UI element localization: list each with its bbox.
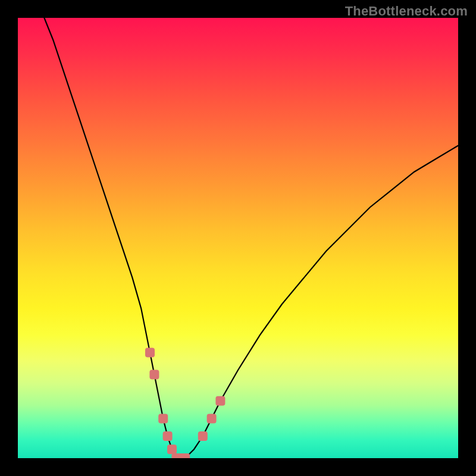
watermark-text: TheBottleneck.com — [345, 4, 468, 19]
marker-point — [198, 431, 208, 441]
chart-frame: TheBottleneck.com — [0, 0, 476, 476]
chart-svg — [18, 18, 458, 458]
plot-area — [18, 18, 458, 458]
marker-point — [215, 396, 225, 406]
marker-point — [163, 431, 173, 441]
marker-point — [145, 347, 155, 357]
marker-point — [207, 414, 217, 423]
marker-point — [180, 453, 190, 458]
marker-point — [158, 414, 168, 423]
bottleneck-curve — [44, 18, 458, 458]
bottleneck-markers — [145, 347, 225, 458]
curve-path — [44, 18, 458, 458]
marker-point — [167, 444, 177, 454]
marker-point — [149, 369, 159, 379]
